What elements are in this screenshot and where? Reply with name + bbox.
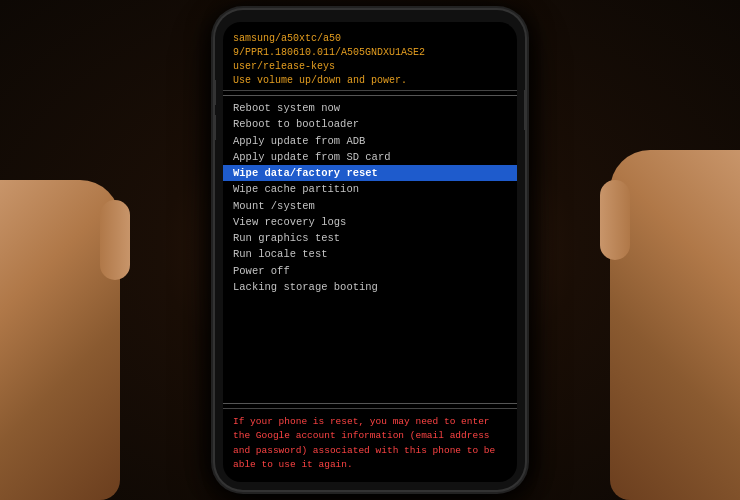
recovery-header: samsung/a50xtc/a50 9/PPR1.180610.011/A50…	[223, 28, 517, 91]
hand-left	[0, 180, 120, 500]
hand-right	[610, 150, 740, 500]
device-info-line2: 9/PPR1.180610.011/A505GNDXU1ASE2	[233, 46, 507, 60]
power-button[interactable]	[524, 90, 525, 130]
recovery-menu: Reboot system now Reboot to bootloader A…	[223, 98, 517, 401]
menu-item-wipe-data[interactable]: Wipe data/factory reset	[223, 165, 517, 181]
divider-bottom	[223, 403, 517, 404]
menu-item-view-logs[interactable]: View recovery logs	[223, 214, 517, 230]
instructions-line: Use volume up/down and power.	[233, 74, 507, 88]
menu-item-apply-adb[interactable]: Apply update from ADB	[223, 133, 517, 149]
scene: samsung/a50xtc/a50 9/PPR1.180610.011/A50…	[0, 0, 740, 500]
device-info-line1: samsung/a50xtc/a50	[233, 32, 507, 46]
menu-item-reboot-system[interactable]: Reboot system now	[223, 100, 517, 116]
warning-message: If your phone is reset, you may need to …	[233, 415, 507, 472]
menu-item-apply-sd[interactable]: Apply update from SD card	[223, 149, 517, 165]
menu-item-power-off[interactable]: Power off	[223, 263, 517, 279]
phone-body: samsung/a50xtc/a50 9/PPR1.180610.011/A50…	[215, 10, 525, 490]
menu-item-reboot-bootloader[interactable]: Reboot to bootloader	[223, 116, 517, 132]
menu-item-mount-system[interactable]: Mount /system	[223, 198, 517, 214]
warning-section: If your phone is reset, you may need to …	[223, 408, 517, 476]
divider-top	[223, 95, 517, 96]
menu-item-locale-test[interactable]: Run locale test	[223, 246, 517, 262]
menu-item-graphics-test[interactable]: Run graphics test	[223, 230, 517, 246]
volume-down-button[interactable]	[215, 115, 216, 140]
device-info-line3: user/release-keys	[233, 60, 507, 74]
menu-item-wipe-cache[interactable]: Wipe cache partition	[223, 181, 517, 197]
menu-item-lacking-storage[interactable]: Lacking storage booting	[223, 279, 517, 295]
phone-screen: samsung/a50xtc/a50 9/PPR1.180610.011/A50…	[223, 22, 517, 482]
volume-up-button[interactable]	[215, 80, 216, 105]
